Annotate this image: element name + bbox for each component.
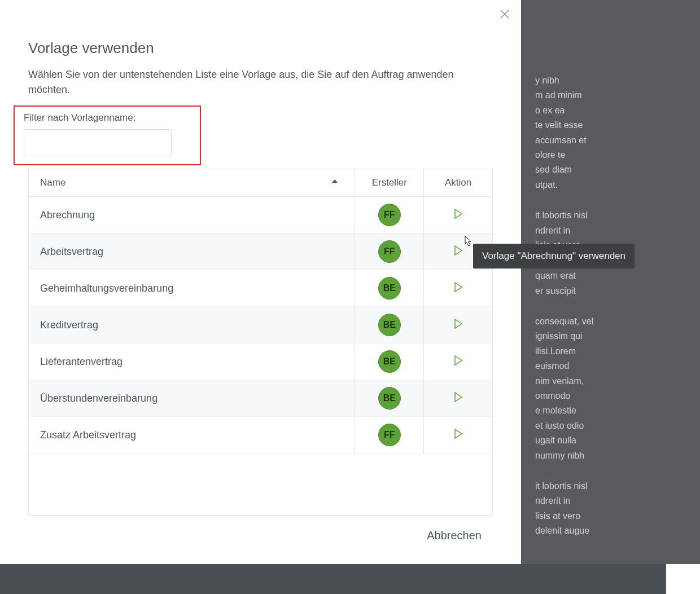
apply-template-button[interactable] [453, 429, 463, 439]
dialog-title: Vorlage verwenden [28, 39, 493, 57]
svg-marker-3 [455, 246, 462, 255]
svg-marker-8 [455, 429, 462, 438]
table-row: ArbeitsvertragFF [29, 234, 493, 270]
svg-marker-7 [455, 393, 462, 402]
template-name-cell: Arbeitsvertrag [29, 234, 355, 270]
column-header-action[interactable]: Aktion [424, 169, 493, 197]
column-header-creator[interactable]: Ersteller [355, 169, 424, 197]
avatar: BE [378, 350, 401, 373]
table-row: LieferantenvertragBE [29, 344, 493, 380]
action-cell [424, 307, 493, 344]
action-cell [424, 380, 493, 417]
svg-marker-4 [455, 283, 462, 292]
action-cell [424, 344, 493, 380]
action-tooltip: Vorlage "Abrechnung" verwenden [473, 244, 635, 269]
action-cell [424, 417, 493, 454]
close-button[interactable] [496, 6, 513, 23]
action-cell [424, 270, 493, 307]
avatar: BE [378, 277, 401, 300]
play-icon [454, 245, 463, 256]
filter-label: Filter nach Vorlagenname: [24, 112, 191, 124]
template-name-cell: Abrechnung [29, 197, 355, 234]
bottom-bar [0, 564, 666, 594]
background-lorem-5: it lobortis nisl ndrerit in lisis at ver… [535, 479, 686, 539]
svg-marker-6 [455, 356, 462, 365]
avatar: FF [378, 424, 401, 446]
dialog-subtitle: Wählen Sie von der untenstehenden Liste … [28, 67, 493, 98]
play-icon [454, 355, 463, 366]
apply-template-button[interactable] [453, 319, 463, 329]
backdrop-overlay: y nibh m ad minim o ex ea te velit esse … [521, 0, 700, 564]
play-icon [454, 429, 463, 439]
filter-by-name-input[interactable] [24, 129, 172, 156]
background-lorem-1: y nibh m ad minim o ex ea te velit esse … [535, 73, 686, 192]
use-template-dialog: Vorlage verwenden Wählen Sie von der unt… [0, 0, 521, 562]
template-name-cell: Geheimhaltungsvereinbarung [29, 270, 355, 307]
column-header-name-label: Name [40, 177, 65, 188]
apply-template-button[interactable] [453, 245, 463, 256]
creator-cell: BE [355, 344, 424, 380]
apply-template-button[interactable] [453, 392, 463, 402]
template-name-cell: Lieferantenvertrag [29, 344, 355, 380]
play-icon [454, 209, 463, 219]
creator-cell: FF [355, 234, 424, 270]
creator-cell: BE [355, 380, 424, 417]
sort-ascending-icon [332, 179, 338, 183]
template-name-cell: Kreditvertrag [29, 307, 355, 344]
svg-marker-5 [455, 319, 462, 328]
avatar: FF [378, 204, 401, 226]
dialog-footer: Abbrechen [28, 526, 493, 545]
template-name-cell: Zusatz Arbeitsvertrag [29, 417, 355, 454]
background-lorem-3: quam erat er suscipit [535, 269, 686, 298]
table-row: GeheimhaltungsvereinbarungBE [29, 270, 493, 307]
avatar: FF [378, 240, 401, 263]
template-table: Name Ersteller Aktion AbrechnungFFArbeit… [28, 169, 493, 454]
action-cell [424, 197, 493, 234]
table-row: AbrechnungFF [29, 197, 493, 234]
avatar: BE [378, 387, 401, 410]
template-name-cell: Überstundenvereinbarung [29, 380, 355, 417]
creator-cell: BE [355, 307, 424, 344]
table-row: Zusatz ArbeitsvertragFF [29, 417, 493, 454]
close-icon [498, 8, 511, 20]
play-icon [454, 282, 463, 292]
creator-cell: FF [355, 197, 424, 234]
column-header-name[interactable]: Name [29, 169, 355, 197]
table-row: KreditvertragBE [29, 307, 493, 344]
avatar: BE [378, 314, 401, 336]
play-icon [454, 319, 463, 329]
background-lorem-4: consequat, vel ignissim qui ilisi.Lorem … [535, 314, 686, 463]
apply-template-button[interactable] [453, 355, 463, 366]
svg-marker-2 [455, 209, 462, 218]
table-row: ÜberstundenvereinbarungBE [29, 380, 493, 417]
play-icon [454, 392, 463, 402]
table-empty-space [28, 454, 493, 516]
apply-template-button[interactable] [453, 209, 463, 219]
cancel-button[interactable]: Abbrechen [415, 526, 493, 545]
apply-template-button[interactable] [453, 282, 463, 292]
creator-cell: BE [355, 270, 424, 307]
filter-highlight-box: Filter nach Vorlagenname: [14, 105, 201, 165]
creator-cell: FF [355, 417, 424, 454]
